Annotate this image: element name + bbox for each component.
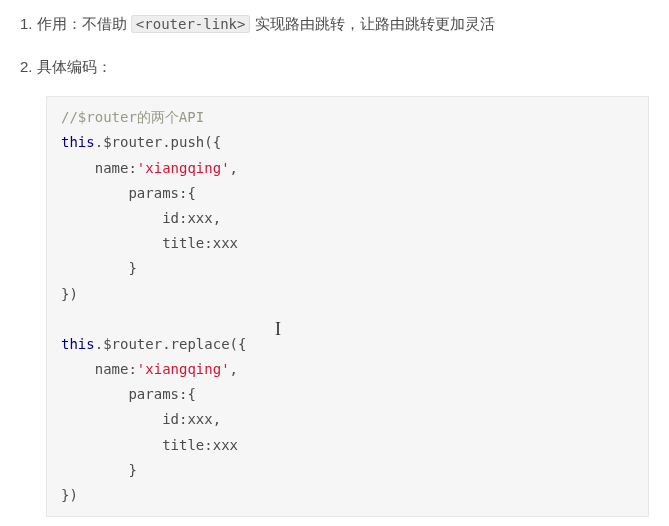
code-text: name:	[61, 160, 137, 176]
code-text: })	[61, 286, 78, 302]
code-text: .$router.replace({	[95, 336, 247, 352]
ibeam-cursor-icon: I	[275, 313, 281, 345]
code-text: params:{	[61, 185, 196, 201]
code-text: title:xxx	[61, 235, 238, 251]
code-comment: //$router的两个API	[61, 109, 204, 125]
code-this: this	[61, 336, 95, 352]
code-text: params:{	[61, 386, 196, 402]
list-item-1: 1. 作用：不借助 <router-link> 实现路由跳转，让路由跳转更加灵活	[20, 10, 649, 37]
code-string: 'xiangqing'	[137, 361, 230, 377]
code-text: id:xxx,	[61, 210, 221, 226]
item-number: 2.	[20, 58, 33, 75]
item-text: 具体编码：	[37, 58, 112, 75]
code-string: 'xiangqing'	[137, 160, 230, 176]
item-text: 作用：不借助	[37, 15, 127, 32]
code-text: }	[61, 260, 137, 276]
item-number: 1.	[20, 15, 33, 32]
code-text: ,	[230, 361, 238, 377]
code-block: //$router的两个API this.$router.push({ name…	[46, 96, 649, 517]
code-text: ,	[230, 160, 238, 176]
code-text: .$router.push({	[95, 134, 221, 150]
list-item-2: 2. 具体编码：	[20, 53, 649, 80]
code-this: this	[61, 134, 95, 150]
item-text-tail: 实现路由跳转，让路由跳转更加灵活	[255, 15, 495, 32]
code-text: name:	[61, 361, 137, 377]
code-text: id:xxx,	[61, 411, 221, 427]
code-text: title:xxx	[61, 437, 238, 453]
inline-code-router-link: <router-link>	[131, 15, 251, 33]
code-text: }	[61, 462, 137, 478]
code-text: })	[61, 487, 78, 503]
